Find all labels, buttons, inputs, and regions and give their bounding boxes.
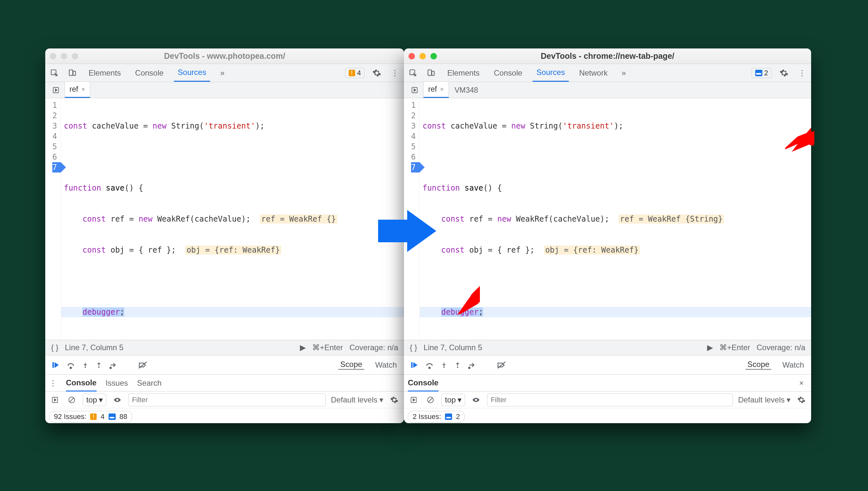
scope-tab[interactable]: Scope: [746, 360, 772, 370]
console-gear-icon[interactable]: [388, 394, 400, 406]
drawer-tab-console[interactable]: Console: [66, 378, 96, 392]
step-icon[interactable]: [109, 361, 118, 369]
gear-icon[interactable]: [778, 67, 790, 79]
editor-statusbar: { } Line 7, Column 5 ▶ ⌘+Enter Coverage:…: [404, 340, 811, 355]
main-tabbar: Elements Console Sources Network » ▬2 ⋮: [404, 64, 811, 82]
console-gear-icon[interactable]: [795, 394, 807, 406]
resume-icon[interactable]: [410, 361, 418, 369]
step-over-icon[interactable]: [425, 361, 434, 369]
run-shortcut: ⌘+Enter: [719, 343, 750, 352]
titlebar[interactable]: DevTools - www.photopea.com/: [45, 49, 404, 64]
run-icon[interactable]: ▶: [300, 343, 306, 352]
tab-console[interactable]: Console: [131, 64, 167, 82]
issues-badge[interactable]: ▬2: [752, 68, 772, 78]
editor-statusbar: { } Line 7, Column 5 ▶ ⌘+Enter Coverage:…: [45, 340, 404, 355]
cursor-position: Line 7, Column 5: [65, 343, 123, 352]
device-icon[interactable]: [66, 67, 78, 79]
inspect-icon[interactable]: [49, 67, 60, 79]
run-icon[interactable]: ▶: [707, 343, 713, 352]
titlebar[interactable]: DevTools - chrome://new-tab-page/: [404, 49, 811, 64]
file-tabbar: ref ×: [45, 82, 404, 98]
context-selector[interactable]: top ▾: [442, 394, 465, 406]
file-tabbar: ref × VM348: [404, 82, 811, 98]
drawer-tabbar: Console ×: [404, 375, 811, 392]
svg-point-8: [110, 367, 111, 368]
eye-icon[interactable]: [470, 394, 482, 406]
drawer-kebab-icon[interactable]: ⋮: [49, 379, 57, 387]
drawer-tab-issues[interactable]: Issues: [106, 379, 128, 387]
debugger-toolbar: Scope Watch: [404, 355, 811, 375]
tab-sources[interactable]: Sources: [174, 64, 210, 82]
svg-point-7: [98, 366, 100, 368]
log-levels-selector[interactable]: Default levels ▾: [331, 395, 383, 404]
close-drawer-icon[interactable]: ×: [795, 377, 807, 389]
file-tab-vm348[interactable]: VM348: [450, 83, 483, 98]
issues-badge[interactable]: !4: [345, 68, 365, 78]
watch-tab[interactable]: Watch: [780, 360, 806, 370]
inline-value: ref = WeakRef {}: [260, 214, 337, 224]
console-play-icon[interactable]: [408, 394, 419, 406]
tab-sources[interactable]: Sources: [533, 64, 569, 82]
console-play-icon[interactable]: [49, 394, 61, 406]
more-tabs-icon[interactable]: »: [217, 67, 228, 79]
deactivate-breakpoints-icon[interactable]: [497, 361, 506, 369]
step-out-icon[interactable]: [454, 361, 461, 369]
tab-network[interactable]: Network: [575, 64, 611, 82]
svg-point-18: [457, 366, 458, 368]
tab-console[interactable]: Console: [490, 64, 526, 82]
step-into-icon[interactable]: [82, 361, 88, 369]
svg-point-19: [469, 367, 470, 368]
deactivate-breakpoints-icon[interactable]: [138, 361, 147, 369]
issues-pill[interactable]: 2 Issues: ▬ 2: [408, 411, 465, 423]
devtools-window-left: DevTools - www.photopea.com/ Elements Co…: [45, 49, 404, 423]
kebab-icon[interactable]: ⋮: [796, 67, 808, 79]
svg-marker-26: [457, 286, 480, 315]
issues-row: 92 Issues: ! 4 ▬ 88: [45, 408, 404, 423]
eye-icon[interactable]: [111, 394, 123, 406]
braces-icon[interactable]: { }: [51, 343, 58, 352]
filter-input[interactable]: [128, 394, 326, 406]
svg-rect-12: [428, 70, 431, 75]
step-icon[interactable]: [468, 361, 476, 369]
more-tabs-icon[interactable]: »: [618, 67, 629, 79]
debugger-toolbar: Scope Watch: [45, 355, 404, 375]
log-levels-selector[interactable]: Default levels ▾: [738, 395, 790, 404]
svg-point-16: [429, 367, 430, 368]
device-icon[interactable]: [425, 67, 437, 79]
file-tab-ref[interactable]: ref ×: [423, 81, 449, 98]
issues-row: 2 Issues: ▬ 2: [404, 408, 811, 423]
clear-console-icon[interactable]: [66, 394, 78, 406]
drawer-tab-search[interactable]: Search: [137, 379, 162, 387]
context-selector[interactable]: top ▾: [83, 394, 106, 406]
coverage-status: Coverage: n/a: [757, 343, 805, 352]
svg-point-6: [85, 366, 86, 368]
watch-tab[interactable]: Watch: [373, 360, 399, 370]
drawer-tab-console[interactable]: Console: [408, 378, 439, 392]
kebab-icon[interactable]: ⋮: [389, 67, 401, 79]
filter-input[interactable]: [487, 394, 733, 406]
close-icon[interactable]: ×: [81, 86, 85, 93]
svg-point-5: [70, 367, 72, 368]
run-snippet-icon[interactable]: [407, 87, 422, 94]
console-toolbar: top ▾ Default levels ▾: [45, 392, 404, 408]
svg-rect-1: [69, 70, 73, 75]
resume-icon[interactable]: [51, 361, 59, 369]
tab-elements[interactable]: Elements: [443, 64, 483, 82]
step-over-icon[interactable]: [66, 361, 75, 369]
cursor-position: Line 7, Column 5: [424, 343, 482, 352]
run-snippet-icon[interactable]: [49, 87, 63, 94]
gear-icon[interactable]: [371, 67, 383, 79]
code-content[interactable]: const cacheValue = new String('transient…: [61, 98, 404, 340]
braces-icon[interactable]: { }: [410, 343, 417, 352]
step-out-icon[interactable]: [96, 361, 102, 369]
step-into-icon[interactable]: [441, 361, 447, 369]
inspect-icon[interactable]: [407, 67, 419, 79]
annotation-arrow-red-console: [449, 284, 481, 317]
code-editor[interactable]: 1234567 const cacheValue = new String('t…: [45, 98, 404, 340]
scope-tab[interactable]: Scope: [338, 360, 364, 370]
file-tab-ref[interactable]: ref ×: [65, 81, 90, 98]
tab-elements[interactable]: Elements: [85, 64, 125, 82]
clear-console-icon[interactable]: [425, 394, 436, 406]
close-icon[interactable]: ×: [440, 86, 444, 93]
issues-pill[interactable]: 92 Issues: ! 4 ▬ 88: [49, 411, 132, 423]
